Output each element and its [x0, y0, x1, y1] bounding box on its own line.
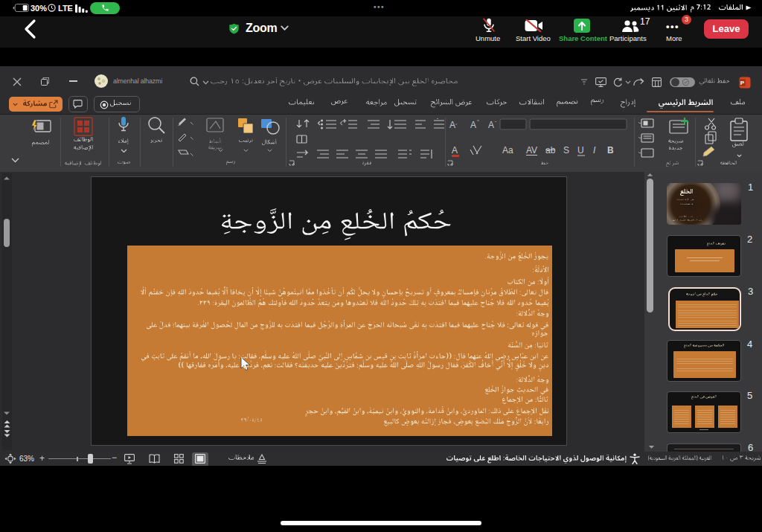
- svg-text:^: ^: [477, 119, 479, 124]
- svg-text:A: A: [470, 120, 476, 130]
- svg-text:ˇ: ˇ: [495, 121, 496, 125]
- svg-text:AV: AV: [526, 145, 537, 156]
- svg-text:S: S: [563, 145, 569, 156]
- svg-text:A: A: [452, 145, 458, 156]
- svg-text:A: A: [488, 120, 494, 130]
- svg-text:U: U: [577, 145, 584, 156]
- svg-text:̧: ̧: [455, 124, 457, 125]
- svg-text:B: B: [607, 145, 614, 156]
- svg-text:A: A: [449, 120, 455, 130]
- svg-text:Aa: Aa: [502, 145, 513, 156]
- svg-text:P: P: [740, 79, 745, 86]
- svg-text:I: I: [593, 145, 596, 156]
